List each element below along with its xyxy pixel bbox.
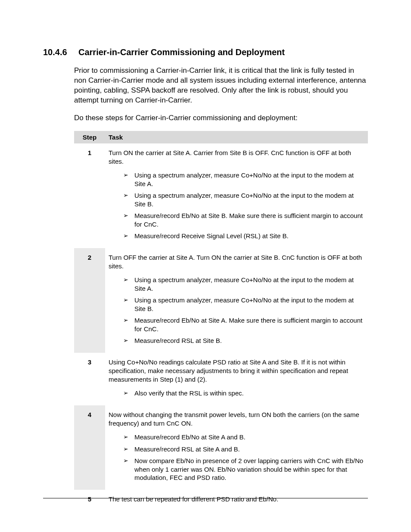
- bullet: Using a spectrum analyzer, measure Co+No…: [123, 294, 364, 314]
- task-bullets: Measure/record Eb/No at Site A and B. Me…: [123, 431, 364, 484]
- task-cell: Now without changing the transmit power …: [105, 405, 368, 490]
- step-number: 5: [74, 490, 105, 510]
- table-row: 5 The test can be repeated for different…: [74, 490, 368, 510]
- bullet: Measure/record RSL at Site A and B.: [123, 443, 364, 455]
- bullet: Using a spectrum analyzer, measure Co+No…: [123, 190, 364, 210]
- task-lead: Using Co+No/No readings calculate PSD ra…: [109, 358, 364, 384]
- task-bullets: Also verify that the RSL is within spec.: [123, 387, 364, 399]
- task-cell: Turn OFF the carrier at Site A. Turn ON …: [105, 248, 368, 353]
- step-number: 4: [74, 405, 105, 490]
- task-lead: Turn ON the carrier at Site A. Carrier f…: [109, 149, 364, 166]
- section-heading: 10.4.6 Carrier-in-Carrier Commissioning …: [43, 47, 368, 57]
- bullet: Using a spectrum analyzer, measure Co+No…: [123, 274, 364, 294]
- intro-paragraph-1: Prior to commissioning a Carrier-in-Carr…: [74, 66, 368, 106]
- intro-paragraph-2: Do these steps for Carrier-in-Carrier co…: [74, 113, 368, 123]
- step-number: 2: [74, 248, 105, 353]
- steps-table: Step Task 1 Turn ON the carrier at Site …: [74, 131, 368, 510]
- task-lead: The test can be repeated for different P…: [109, 495, 364, 504]
- task-bullets: Using a spectrum analyzer, measure Co+No…: [123, 169, 364, 242]
- bullet: Measure/record Eb/No at Site A. Make sur…: [123, 314, 364, 335]
- section-number: 10.4.6: [43, 47, 78, 57]
- bullet: Measure/record RSL at Site B.: [123, 335, 364, 347]
- section-title: Carrier-in-Carrier Commissioning and Dep…: [78, 47, 285, 57]
- task-lead: Now without changing the transmit power …: [109, 411, 364, 428]
- task-bullets: Using a spectrum analyzer, measure Co+No…: [123, 274, 364, 347]
- header-step: Step: [74, 131, 105, 143]
- table-row: 3 Using Co+No/No readings calculate PSD …: [74, 353, 368, 405]
- task-cell: The test can be repeated for different P…: [105, 490, 368, 510]
- table-header-row: Step Task: [74, 131, 368, 143]
- task-cell: Turn ON the carrier at Site A. Carrier f…: [105, 143, 368, 248]
- bullet: Now compare Eb/No in presence of 2 over …: [123, 455, 364, 484]
- header-task: Task: [105, 131, 368, 143]
- bullet: Also verify that the RSL is within spec.: [123, 387, 364, 399]
- table-row: 1 Turn ON the carrier at Site A. Carrier…: [74, 143, 368, 248]
- step-number: 1: [74, 143, 105, 248]
- bullet: Measure/record Eb/No at Site B. Make sur…: [123, 210, 364, 230]
- task-lead: Turn OFF the carrier at Site A. Turn ON …: [109, 253, 364, 271]
- table-row: 2 Turn OFF the carrier at Site A. Turn O…: [74, 248, 368, 353]
- table-row: 4 Now without changing the transmit powe…: [74, 405, 368, 490]
- bullet: Measure/record Receive Signal Level (RSL…: [123, 230, 364, 242]
- page: 10.4.6 Carrier-in-Carrier Commissioning …: [0, 0, 411, 532]
- bullet: Measure/record Eb/No at Site A and B.: [123, 431, 364, 443]
- footer-rule: [43, 498, 368, 498]
- task-cell: Using Co+No/No readings calculate PSD ra…: [105, 353, 368, 405]
- bullet: Using a spectrum analyzer, measure Co+No…: [123, 169, 364, 190]
- step-number: 3: [74, 353, 105, 405]
